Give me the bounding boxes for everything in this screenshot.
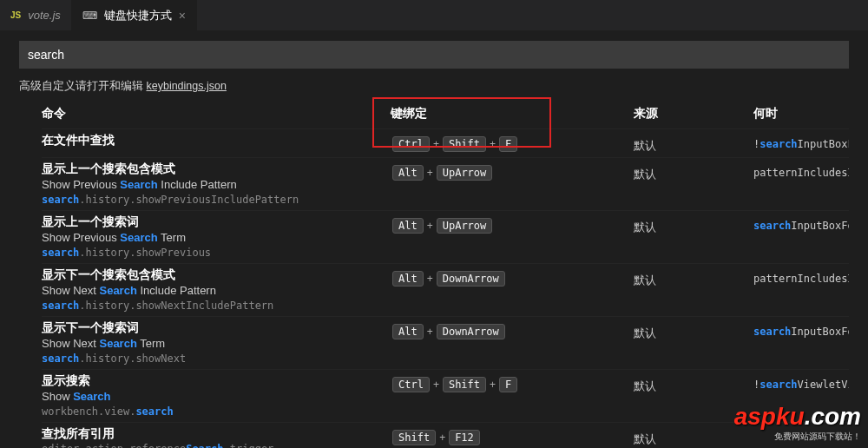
- when-cell: !searchInputBoxFocus: [753, 133, 849, 150]
- command-subtitle: Show Next Search Include Pattern: [42, 283, 391, 299]
- command-subtitle: Show Search: [42, 389, 391, 405]
- keybinding-search-input[interactable]: [19, 41, 849, 69]
- keybinding-cell: Alt+DownArrow: [391, 320, 634, 339]
- source-cell: 默认: [634, 133, 753, 154]
- command-cell: 查找所有引用editor.action.referenceSearch.trig…: [42, 426, 391, 448]
- keybinding-cell: Ctrl+Shift+F: [391, 373, 634, 392]
- command-id: search.history.showPrevious: [42, 246, 391, 260]
- command-cell: 显示搜索Show Searchworkbench.view.search: [42, 373, 391, 418]
- command-cell: 显示上一个搜索包含模式Show Previous Search Include …: [42, 161, 391, 207]
- keyboard-icon: ⌨: [82, 10, 97, 22]
- command-cell: 在文件中查找: [42, 133, 391, 148]
- table-row[interactable]: 显示搜索Show Searchworkbench.view.searchCtrl…: [42, 369, 849, 422]
- command-cell: 显示下一个搜索包含模式Show Next Search Include Patt…: [42, 267, 391, 313]
- command-id: editor.action.referenceSearch.trigger: [42, 442, 391, 448]
- key-cap: DownArrow: [437, 324, 505, 339]
- command-cell: 显示下一个搜索词Show Next Search Termsearch.hist…: [42, 320, 391, 366]
- keybinding-cell: Alt+UpArrow: [391, 161, 634, 181]
- command-cell: 显示上一个搜索词Show Previous Search Termsearch.…: [42, 214, 391, 260]
- command-id: search.history.showNextIncludePattern: [42, 299, 391, 313]
- key-cap: F: [499, 136, 517, 152]
- command-title: 显示下一个搜索词: [42, 320, 391, 336]
- command-title: 显示下一个搜索包含模式: [42, 267, 391, 283]
- when-cell: !searchViewletVisible: [753, 373, 849, 391]
- keybinding-cell: Alt+UpArrow: [391, 214, 634, 234]
- table-row[interactable]: 在文件中查找Ctrl+Shift+F默认!searchInputBoxFocus: [42, 128, 849, 157]
- table-row[interactable]: 显示下一个搜索词Show Next Search Termsearch.hist…: [42, 316, 849, 369]
- command-subtitle: Show Previous Search Include Pattern: [42, 177, 391, 193]
- key-cap: Ctrl: [392, 377, 430, 392]
- command-id: workbench.view.search: [42, 405, 391, 418]
- table-row[interactable]: 查找所有引用editor.action.referenceSearch.trig…: [42, 422, 849, 448]
- tab-label: 键盘快捷方式: [104, 8, 172, 23]
- source-cell: 默认: [634, 320, 753, 341]
- watermark-suffix: .com: [805, 403, 861, 430]
- when-cell: patternIncludesInputBo: [753, 267, 849, 285]
- key-cap: Alt: [392, 271, 424, 287]
- col-header-command[interactable]: 命令: [42, 106, 391, 122]
- command-id: search.history.showNext: [42, 352, 391, 366]
- tab-bar: JS vote.js ⌨ 键盘快捷方式 ×: [0, 0, 868, 30]
- key-cap: UpArrow: [437, 218, 493, 234]
- key-cap: UpArrow: [437, 165, 493, 181]
- key-cap: F: [499, 377, 517, 392]
- when-cell: searchInputBoxFocus &&: [753, 320, 849, 338]
- col-header-source[interactable]: 来源: [634, 106, 753, 122]
- open-keybindings-json-link[interactable]: keybindings.json: [146, 80, 226, 92]
- tab-label: vote.js: [28, 9, 61, 22]
- source-cell: 默认: [634, 214, 753, 235]
- when-cell: patternIncludesInputBo: [753, 161, 849, 179]
- table-header: 命令 键绑定 来源 何时: [42, 102, 849, 128]
- command-id: search.history.showPreviousIncludePatter…: [42, 193, 391, 207]
- col-header-when[interactable]: 何时: [753, 106, 849, 122]
- keybinding-cell: Shift+F12: [391, 426, 634, 445]
- advanced-customize-hint: 高级自定义请打开和编辑 keybindings.json: [19, 79, 849, 94]
- key-cap: Ctrl: [392, 136, 430, 152]
- command-title: 显示上一个搜索包含模式: [42, 161, 391, 177]
- keybinding-cell: Alt+DownArrow: [391, 267, 634, 287]
- when-cell: searchInputBoxFocus &&: [753, 214, 849, 232]
- command-title: 查找所有引用: [42, 426, 391, 442]
- command-subtitle: Show Previous Search Term: [42, 230, 391, 246]
- key-cap: Alt: [392, 324, 424, 339]
- source-cell: 默认: [634, 161, 753, 182]
- hint-text: 高级自定义请打开和编辑: [19, 80, 146, 92]
- key-cap: Shift: [443, 377, 486, 392]
- watermark-text: aspku: [734, 403, 805, 430]
- table-row[interactable]: 显示上一个搜索包含模式Show Previous Search Include …: [42, 157, 849, 210]
- key-cap: F12: [449, 430, 480, 445]
- source-cell: 默认: [634, 267, 753, 288]
- command-title: 显示上一个搜索词: [42, 214, 391, 230]
- table-row[interactable]: 显示下一个搜索包含模式Show Next Search Include Patt…: [42, 263, 849, 316]
- key-cap: Alt: [392, 165, 424, 181]
- col-header-keybinding[interactable]: 键绑定: [391, 106, 634, 122]
- watermark-sub: 免费网站源码下载站！: [734, 431, 861, 443]
- js-file-icon: JS: [10, 10, 21, 20]
- command-title: 在文件中查找: [42, 133, 391, 148]
- watermark: aspku.com 免费网站源码下载站！: [734, 405, 861, 443]
- tab-vote-js[interactable]: JS vote.js: [0, 0, 72, 30]
- table-row[interactable]: 显示上一个搜索词Show Previous Search Termsearch.…: [42, 210, 849, 263]
- command-subtitle: Show Next Search Term: [42, 336, 391, 352]
- close-icon[interactable]: ×: [179, 9, 186, 23]
- key-cap: Alt: [392, 218, 424, 234]
- key-cap: Shift: [392, 430, 436, 445]
- key-cap: DownArrow: [437, 271, 505, 287]
- keybinding-cell: Ctrl+Shift+F: [391, 133, 634, 152]
- tab-keyboard-shortcuts[interactable]: ⌨ 键盘快捷方式 ×: [72, 0, 197, 30]
- source-cell: 默认: [634, 373, 753, 394]
- command-title: 显示搜索: [42, 373, 391, 389]
- key-cap: Shift: [443, 136, 486, 152]
